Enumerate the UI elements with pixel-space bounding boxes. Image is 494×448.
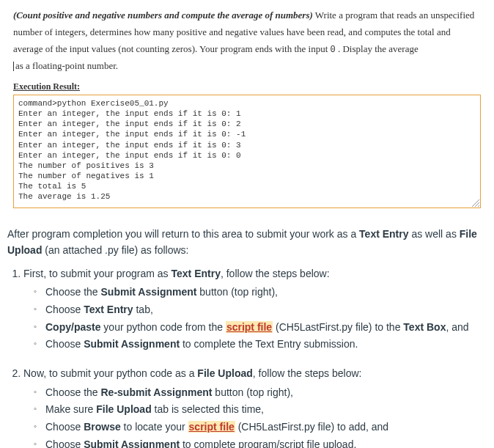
bullet-text: to locate your [121,421,188,433]
step-bold: File Upload [197,367,252,379]
execution-result-heading: Execution Result: [13,81,494,92]
intro-text: (an attached .py file) as follows: [42,244,188,256]
step-1-bullets: Choose the Submit Assignment button (top… [23,284,487,353]
step-2: Now, to submit your python code as a Fil… [23,366,487,448]
step-text: , follow the steps below: [221,268,330,279]
bullet-text: button (top right), [196,286,278,298]
list-item: Choose Submit Assignment to complete the… [37,337,487,353]
bullet-bold: Submit Assignment [84,338,180,350]
step-text: First, to submit your program as [23,268,172,279]
highlight-script-file: script file [188,421,235,433]
bullet-text: Choose the [45,386,101,398]
submission-instructions: After program completion you will return… [0,208,494,448]
bullet-text: Choose [45,421,84,433]
exec-line: The average is 1.25 [18,192,110,201]
bullet-text: , and [446,321,468,333]
bullet-text: (CH5LastFirst.py file) to add, and [235,421,388,433]
exec-line: Enter an integer, the input ends if it i… [18,151,241,160]
bullet-text: Choose [45,438,84,448]
bullet-bold: Text Entry [84,304,133,315]
intro-paragraph: After program completion you will return… [7,227,487,258]
bullet-bold: Text Box [403,321,446,333]
bullet-text: your python code from the [100,321,225,333]
intro-bold-text-entry: Text Entry [359,228,408,240]
exec-line: The total is 5 [18,182,86,191]
bullet-bold: Submit Assignment [101,286,197,298]
list-item: Make sure File Upload tab is selected th… [37,402,487,418]
exec-line: The number of positives is 3 [18,161,154,170]
exec-line: Enter an integer, the input ends if it i… [18,141,241,150]
step-2-bullets: Choose the Re-submit Assignment button (… [23,385,487,448]
problem-title: (Count positive and negative numbers and… [13,10,313,21]
list-item: Choose the Re-submit Assignment button (… [37,385,487,401]
bullet-text: tab is selected this time, [152,403,264,415]
bullet-bold: Submit Assignment [84,438,180,448]
bullet-text: tab, [133,304,153,315]
svg-line-2 [478,205,479,207]
exec-line: command>python Exercise05_01.py [18,99,169,108]
problem-zero: 0 [331,45,336,55]
problem-body-3: as a floating-point number. [15,60,118,71]
exec-line: Enter an integer, the input ends if it i… [18,130,246,139]
text-cursor [13,62,14,71]
bullet-bold: Copy/paste [45,321,100,333]
bullet-text: to complete the Text Entry submission. [180,338,358,350]
exec-line: The number of negatives is 1 [18,172,154,180]
execution-output-box: command>python Exercise05_01.py Enter an… [13,95,481,208]
intro-text: as well as [409,228,460,240]
list-item: Choose Text Entry tab, [37,302,487,318]
bullet-text: Choose the [45,286,101,298]
step-1: First, to submit your program as Text En… [23,266,487,353]
bullet-text: (CH5LastFirst.py file) to the [273,321,403,333]
highlight-script-file: script file [226,321,273,333]
bullet-bold: Browse [84,421,121,433]
steps-list: First, to submit your program as Text En… [7,266,487,448]
list-item: Copy/paste your python code from the scr… [37,320,487,336]
list-item: Choose the Submit Assignment button (top… [37,284,487,301]
bullet-text: to complete program/script file upload. [180,438,356,448]
exec-line: Enter an integer, the input ends if it i… [18,109,241,118]
bullet-text: Make sure [45,403,96,415]
step-bold: Text Entry [172,268,221,279]
problem-body-2: . Display the average [336,43,419,54]
intro-text: After program completion you will return… [7,228,359,240]
bullet-text: button (top right), [212,386,293,398]
bullet-text: Choose [45,338,84,350]
exec-line: Enter an integer, the input ends if it i… [18,120,241,128]
list-item: Choose Browse to locate your script file… [37,419,487,436]
step-text: , follow the steps below: [253,367,362,379]
step-text: Now, to submit your python code as a [23,367,197,379]
bullet-bold: Re-submit Assignment [101,386,213,398]
problem-statement: (Count positive and negative numbers and… [0,0,494,77]
resize-grip-icon[interactable] [470,197,480,208]
bullet-bold: File Upload [96,403,151,415]
list-item: Choose Submit Assignment to complete pro… [37,437,487,448]
bullet-text: Choose [45,304,84,315]
